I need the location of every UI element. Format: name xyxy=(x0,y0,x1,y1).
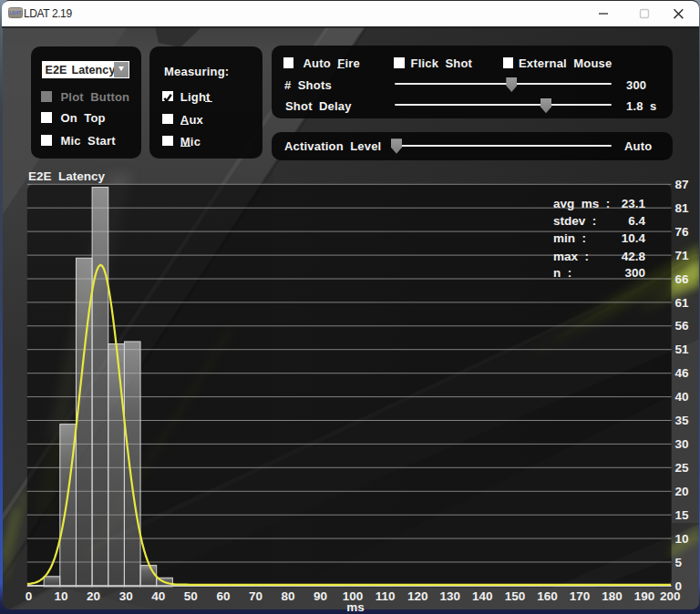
svg-text:80: 80 xyxy=(281,589,294,603)
svg-text:150: 150 xyxy=(505,589,526,603)
svg-text:42.8: 42.8 xyxy=(622,250,646,263)
svg-text:avg ms :: avg ms : xyxy=(553,197,610,210)
svg-text:70: 70 xyxy=(249,589,262,603)
svg-text:120: 120 xyxy=(407,589,428,603)
svg-text:max :: max : xyxy=(553,250,589,263)
svg-text:66: 66 xyxy=(675,272,690,286)
svg-text:10: 10 xyxy=(675,532,689,546)
svg-text:15: 15 xyxy=(675,508,690,522)
svg-text:50: 50 xyxy=(184,589,198,603)
svg-text:180: 180 xyxy=(602,589,623,603)
svg-text:0: 0 xyxy=(26,589,33,603)
svg-text:140: 140 xyxy=(472,589,493,603)
svg-text:60: 60 xyxy=(216,589,230,603)
svg-text:min :: min : xyxy=(553,231,586,245)
svg-text:ms: ms xyxy=(346,600,365,614)
svg-text:5: 5 xyxy=(675,556,683,569)
svg-text:51: 51 xyxy=(675,343,690,356)
svg-text:56: 56 xyxy=(675,319,690,333)
svg-text:20: 20 xyxy=(675,485,689,498)
svg-text:81: 81 xyxy=(675,201,690,215)
svg-text:6.4: 6.4 xyxy=(628,214,645,228)
svg-text:23.1: 23.1 xyxy=(622,197,646,210)
svg-text:110: 110 xyxy=(376,589,396,603)
svg-text:130: 130 xyxy=(440,589,461,603)
svg-text:40: 40 xyxy=(675,390,689,404)
svg-text:300: 300 xyxy=(624,266,645,280)
svg-text:76: 76 xyxy=(675,225,690,239)
svg-text:71: 71 xyxy=(675,249,690,262)
svg-text:87: 87 xyxy=(675,178,689,191)
svg-text:170: 170 xyxy=(570,589,591,603)
svg-text:35: 35 xyxy=(675,414,690,427)
svg-text:61: 61 xyxy=(675,296,690,310)
svg-text:40: 40 xyxy=(151,589,165,603)
svg-text:190: 190 xyxy=(634,589,655,603)
svg-text:46: 46 xyxy=(675,366,690,380)
svg-text:30: 30 xyxy=(675,437,689,451)
svg-text:200: 200 xyxy=(660,589,681,603)
svg-text:E2E Latency: E2E Latency xyxy=(28,169,106,183)
svg-text:160: 160 xyxy=(537,589,558,603)
svg-text:90: 90 xyxy=(314,589,327,603)
svg-text:30: 30 xyxy=(119,589,133,603)
svg-text:25: 25 xyxy=(675,461,690,475)
svg-text:n :: n : xyxy=(553,266,571,280)
svg-text:20: 20 xyxy=(87,589,100,603)
svg-text:10.4: 10.4 xyxy=(622,231,646,245)
svg-text:10: 10 xyxy=(55,589,68,603)
svg-text:stdev :: stdev : xyxy=(553,214,596,228)
